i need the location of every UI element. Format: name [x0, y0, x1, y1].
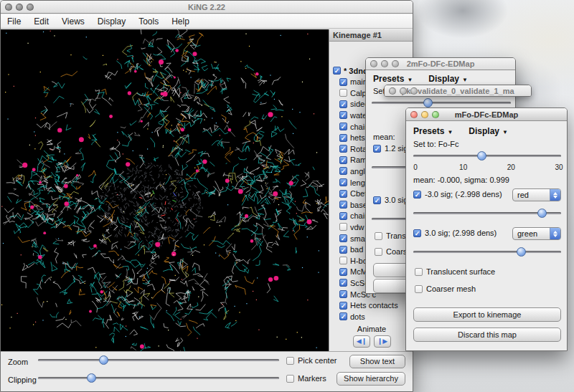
level-slider[interactable] [413, 151, 561, 161]
neg-contour-checkbox[interactable]: ✓ [413, 191, 421, 199]
item-label: * 3dnd [344, 67, 368, 75]
slider-tick-labels: 0102030 [413, 163, 561, 172]
presets-menu[interactable]: Presets▼ [413, 126, 453, 136]
slider-thumb[interactable] [477, 151, 486, 161]
bottom-control-bar: Zoom Clipping Pick center Markers Show t… [1, 351, 413, 392]
slider-thumb[interactable] [517, 247, 526, 257]
zoom-slider[interactable] [38, 355, 279, 365]
desktop: KiNG 2.22 FileEditViewsDisplayToolsHelp … [0, 0, 574, 392]
minimize-icon[interactable] [400, 87, 407, 95]
discard-map-button[interactable]: Discard this map [413, 328, 561, 342]
item-checkbox[interactable]: ✓ [339, 290, 347, 298]
item-checkbox[interactable]: ✓ [339, 178, 347, 186]
slider-thumb[interactable] [423, 98, 433, 107]
export-kinemage-button[interactable]: Export to kinemage [413, 307, 561, 322]
item-checkbox[interactable]: ✓ [333, 67, 341, 75]
zoom-window-icon[interactable] [432, 111, 439, 118]
show-text-button[interactable]: Show text [349, 355, 405, 368]
window-controls [410, 111, 439, 118]
clipping-slider[interactable] [38, 373, 279, 383]
kinemage-item[interactable]: ✓* 3dnd [333, 65, 368, 76]
animate-step-forward-button[interactable]: ❙▶ [374, 335, 391, 348]
item-checkbox[interactable]: ✓ [339, 279, 347, 287]
clipping-slider-thumb[interactable] [87, 373, 96, 383]
pos-contour-checkbox[interactable]: ✓ [413, 229, 421, 237]
pick-center-checkbox[interactable] [286, 357, 294, 365]
dialog-menu-row: Presets▼ Display▼ [413, 126, 508, 136]
minimize-icon[interactable] [16, 4, 23, 11]
kinemage-item[interactable]: ✓sidec [339, 99, 369, 110]
close-icon[interactable] [389, 87, 396, 95]
item-checkbox[interactable]: ✓ [339, 167, 347, 175]
neg-contour-slider[interactable] [413, 209, 561, 218]
item-checkbox[interactable]: ✓ [339, 190, 347, 198]
contour2-checkbox[interactable]: ✓ [373, 196, 381, 204]
menu-bar: FileEditViewsDisplayToolsHelp [1, 14, 413, 29]
coarser-checkbox[interactable] [415, 285, 423, 293]
dialog-title-bar[interactable]: mFo-DFc-EDMap [406, 108, 567, 121]
dialog-title-bar[interactable]: pka-validate_0_validate_1_ma [385, 85, 531, 97]
coarser-checkbox[interactable] [375, 248, 382, 256]
item-checkbox[interactable]: ✓ [339, 302, 347, 310]
zoom-slider-thumb[interactable] [99, 355, 108, 365]
item-checkbox[interactable]: ✓ [339, 145, 347, 153]
pos-contour-row: ✓ 3.0 sig; (2.998 dens) [413, 229, 497, 237]
close-icon[interactable] [5, 4, 12, 11]
contour1-checkbox[interactable]: ✓ [373, 145, 381, 153]
item-checkbox[interactable]: ✓ [339, 156, 347, 164]
item-checkbox[interactable]: ✓ [339, 234, 347, 242]
coarser-label: Coarser mesh [426, 285, 476, 293]
neg-color-select[interactable]: red [512, 188, 561, 201]
main-title-bar[interactable]: KiNG 2.22 [1, 1, 413, 14]
item-checkbox[interactable] [339, 89, 347, 97]
kinemage-item[interactable]: ✓Hets contacts [339, 300, 398, 311]
pos-color-select[interactable]: green [512, 227, 561, 240]
tick-label: 20 [507, 163, 515, 171]
display-menu[interactable]: Display▼ [428, 74, 468, 84]
zoom-window-icon[interactable] [27, 4, 34, 11]
zoom-window-icon[interactable] [410, 87, 418, 95]
slider-track [372, 102, 511, 104]
translucent-checkbox[interactable] [375, 232, 382, 240]
window-title: pka-validate_0_validate_1_ma [401, 87, 514, 95]
markers-checkbox[interactable] [286, 375, 294, 383]
item-checkbox[interactable]: ✓ [339, 312, 347, 320]
item-checkbox[interactable] [339, 223, 347, 231]
slider-thumb[interactable] [537, 209, 547, 218]
translucent-checkbox[interactable] [415, 268, 423, 276]
molecule-canvas[interactable] [1, 29, 329, 351]
menu-file[interactable]: File [1, 16, 27, 27]
minimize-icon[interactable] [381, 60, 388, 67]
item-checkbox[interactable] [339, 257, 347, 264]
level-slider[interactable] [372, 98, 511, 107]
item-checkbox[interactable]: ✓ [339, 78, 347, 86]
animate-step-back-button[interactable]: ◀❙ [353, 335, 370, 348]
menu-views[interactable]: Views [55, 16, 91, 27]
minimize-icon[interactable] [421, 111, 428, 118]
close-icon[interactable] [410, 111, 418, 118]
item-checkbox[interactable]: ✓ [339, 268, 347, 276]
item-checkbox[interactable]: ✓ [339, 246, 347, 254]
dialog-title-bar[interactable]: 2mFo-DFc-EDMap [366, 58, 515, 70]
menu-edit[interactable]: Edit [27, 16, 55, 27]
pos-contour-slider[interactable] [413, 247, 561, 257]
zoom-window-icon[interactable] [392, 60, 399, 67]
popup-arrows-icon [550, 228, 560, 239]
item-checkbox[interactable]: ✓ [339, 123, 347, 130]
show-hierarchy-button[interactable]: Show hierarchy [337, 372, 405, 386]
slider-track [413, 251, 561, 253]
menu-help[interactable]: Help [165, 16, 196, 27]
menu-display[interactable]: Display [91, 16, 132, 27]
close-icon[interactable] [370, 60, 377, 67]
item-checkbox[interactable]: ✓ [339, 212, 347, 220]
display-menu[interactable]: Display▼ [469, 126, 508, 136]
kinemage-item[interactable]: ✓hets [339, 133, 365, 143]
item-checkbox[interactable]: ✓ [339, 134, 347, 142]
item-checkbox[interactable]: ✓ [339, 111, 347, 119]
presets-menu[interactable]: Presets▼ [373, 74, 413, 84]
item-checkbox[interactable]: ✓ [339, 100, 347, 108]
pos-contour-label: 3.0 sig; (2.998 dens) [425, 229, 497, 237]
kinemage-item[interactable]: ✓dots [339, 311, 365, 322]
menu-tools[interactable]: Tools [132, 16, 165, 27]
item-checkbox[interactable]: ✓ [339, 201, 347, 209]
